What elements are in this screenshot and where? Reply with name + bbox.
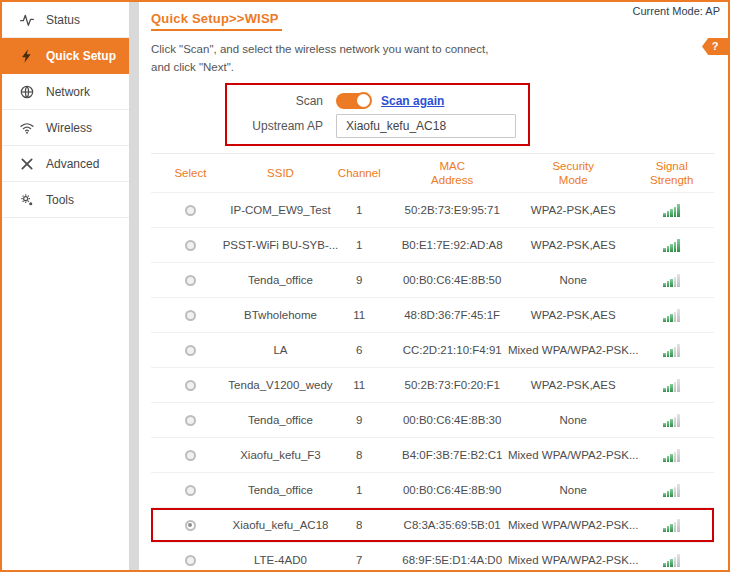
select-radio[interactable] (185, 345, 196, 356)
table-row[interactable]: Tenda_office 9 00:B0:C6:4E:8B:50 None (151, 262, 714, 297)
ssid-cell: Tenda_office (248, 274, 313, 286)
sidebar-item-status[interactable]: Status (2, 2, 129, 38)
topbar: Quick Setup>>WISP Current Mode: AP (151, 2, 728, 36)
lightning-icon (19, 48, 35, 64)
select-radio[interactable] (185, 520, 196, 531)
select-radio[interactable] (185, 240, 196, 251)
mac-cell: 50:2B:73:F0:20:F1 (405, 379, 500, 391)
signal-strength-icon (663, 448, 680, 462)
sidebar-item-label: Network (46, 85, 90, 99)
instructions-line-2: and click "Next". (151, 58, 728, 76)
wifi-icon (19, 120, 35, 136)
signal-strength-icon (663, 308, 680, 322)
table-row[interactable]: Tenda_office 9 00:B0:C6:4E:8B:30 None (151, 402, 714, 437)
table-row[interactable]: IP-COM_EW9_Test 1 50:2B:73:E9:95:71 WPA2… (151, 192, 714, 227)
table-row[interactable]: Xiaofu_kefu_AC18 8 C8:3A:35:69:5B:01 Mix… (151, 507, 714, 542)
ssid-cell: IP-COM_EW9_Test (230, 204, 330, 216)
select-radio[interactable] (185, 485, 196, 496)
sidebar-item-label: Advanced (46, 157, 99, 171)
signal-strength-icon (663, 483, 680, 497)
sidebar-item-label: Status (46, 13, 80, 27)
security-cell: Mixed WPA/WPA2-PSK... (508, 449, 639, 461)
select-radio[interactable] (185, 275, 196, 286)
signal-strength-icon (663, 518, 680, 532)
signal-strength-icon (663, 413, 680, 427)
select-radio[interactable] (185, 310, 196, 321)
security-cell: WPA2-PSK,AES (531, 309, 616, 321)
main-content: Quick Setup>>WISP Current Mode: AP ? Cli… (139, 2, 728, 570)
sidebar-item-quick-setup[interactable]: Quick Setup (2, 38, 129, 74)
scan-panel: Scan Scan again Upstream AP (225, 83, 530, 146)
mac-cell: CC:2D:21:10:F4:91 (403, 344, 502, 356)
security-cell: WPA2-PSK,AES (531, 379, 616, 391)
select-radio[interactable] (185, 205, 196, 216)
security-cell: Mixed WPA/WPA2-PSK... (508, 554, 639, 566)
table-row[interactable]: Tenda_V1200_wedy 11 50:2B:73:F0:20:F1 WP… (151, 367, 714, 402)
select-radio[interactable] (185, 555, 196, 566)
upstream-ap-row: Upstream AP (235, 113, 520, 138)
crossed-tools-icon (19, 156, 35, 172)
select-radio[interactable] (185, 380, 196, 391)
channel-cell: 8 (356, 519, 362, 531)
ssid-cell: BTwholehome (244, 309, 317, 321)
ssid-cell: Tenda_office (248, 484, 313, 496)
channel-cell: 11 (353, 379, 365, 391)
scan-label: Scan (235, 94, 323, 108)
security-cell: Mixed WPA/WPA2-PSK... (508, 519, 639, 531)
signal-strength-icon (663, 273, 680, 287)
table-row[interactable]: BTwholehome 11 48:8D:36:7F:45:1F WPA2-PS… (151, 297, 714, 332)
sidebar-item-label: Wireless (46, 121, 92, 135)
signal-strength-icon (663, 553, 680, 567)
header-ssid: SSID (267, 166, 294, 180)
mac-cell: 68:9F:5E:D1:4A:D0 (402, 554, 502, 566)
table-row[interactable]: Tenda_office 1 00:B0:C6:4E:8B:90 None (151, 472, 714, 507)
gears-icon (19, 192, 35, 208)
header-select: Select (174, 166, 206, 180)
sidebar-item-advanced[interactable]: Advanced (2, 146, 129, 182)
mac-cell: C8:3A:35:69:5B:01 (404, 519, 501, 531)
table-row[interactable]: LA 6 CC:2D:21:10:F4:91 Mixed WPA/WPA2-PS… (151, 332, 714, 367)
table-header-row: Select SSID Channel MAC Address Security… (151, 154, 714, 192)
signal-strength-icon (663, 238, 680, 252)
scan-again-link[interactable]: Scan again (381, 94, 444, 108)
channel-cell: 9 (356, 274, 362, 286)
signal-strength-icon (663, 343, 680, 357)
channel-cell: 11 (353, 309, 365, 321)
upstream-ap-label: Upstream AP (235, 119, 323, 133)
channel-cell: 1 (356, 239, 362, 251)
header-security-mode: Security Mode (538, 159, 608, 187)
table-row[interactable]: LTE-4AD0 7 68:9F:5E:D1:4A:D0 Mixed WPA/W… (151, 542, 714, 572)
signal-strength-icon (663, 203, 680, 217)
breadcrumb: Quick Setup>>WISP (151, 11, 282, 31)
channel-cell: 6 (356, 344, 362, 356)
sidebar-item-wireless[interactable]: Wireless (2, 110, 129, 146)
ssid-cell: LTE-4AD0 (254, 554, 307, 566)
scan-toggle[interactable] (336, 93, 370, 109)
sidebar-item-tools[interactable]: Tools (2, 182, 129, 218)
mac-cell: 50:2B:73:E9:95:71 (405, 204, 500, 216)
select-radio[interactable] (185, 415, 196, 426)
ssid-cell: Xiaofu_kefu_F3 (240, 449, 321, 461)
select-radio[interactable] (185, 450, 196, 461)
security-cell: WPA2-PSK,AES (531, 204, 616, 216)
channel-cell: 8 (356, 449, 362, 461)
ssid-cell: Xiaofu_kefu_AC18 (233, 519, 329, 531)
table-body: IP-COM_EW9_Test 1 50:2B:73:E9:95:71 WPA2… (151, 192, 714, 572)
ssid-cell: LA (273, 344, 287, 356)
ssid-cell: Tenda_office (248, 414, 313, 426)
sidebar-item-label: Quick Setup (46, 49, 116, 63)
mac-cell: 48:8D:36:7F:45:1F (404, 309, 500, 321)
header-channel: Channel (338, 166, 381, 180)
sidebar-scrollbar[interactable] (129, 2, 139, 570)
mac-cell: 00:B0:C6:4E:8B:90 (403, 484, 501, 496)
upstream-ap-input[interactable] (336, 114, 516, 138)
sidebar-item-network[interactable]: Network (2, 74, 129, 110)
toggle-knob (355, 92, 372, 109)
ssid-cell: PSST-WiFi BU-SYB-... (223, 239, 339, 251)
signal-strength-icon (663, 378, 680, 392)
table-row[interactable]: Xiaofu_kefu_F3 8 B4:0F:3B:7E:B2:C1 Mixed… (151, 437, 714, 472)
table-row[interactable]: PSST-WiFi BU-SYB-... 1 B0:E1:7E:92:AD:A8… (151, 227, 714, 262)
security-cell: None (559, 274, 587, 286)
security-cell: Mixed WPA/WPA2-PSK... (508, 344, 639, 356)
channel-cell: 9 (356, 414, 362, 426)
